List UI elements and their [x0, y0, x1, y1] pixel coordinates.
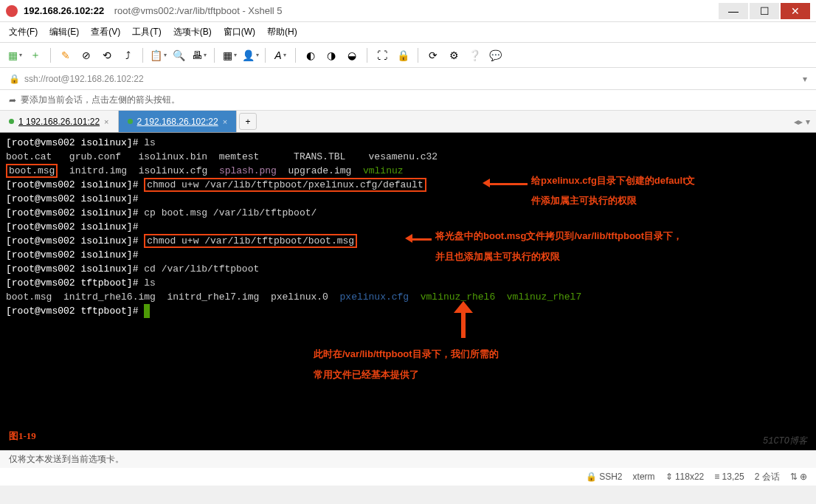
close-button[interactable]: ✕	[781, 3, 810, 19]
new-session-button[interactable]: ▦	[6, 46, 24, 64]
menu-window[interactable]: 窗口(W)	[224, 26, 255, 38]
menubar: 文件(F) 编辑(E) 查看(V) 工具(T) 选项卡(B) 窗口(W) 帮助(…	[0, 22, 816, 43]
tab-session-2[interactable]: 2 192.168.26.102:22 ×	[119, 111, 238, 132]
highlight-cmd-chmod2: chmod u+w /var/lib/tftpboot/boot.msg	[144, 234, 357, 248]
views-button[interactable]: ▦	[221, 46, 238, 64]
chat-icon[interactable]: 💬	[486, 46, 504, 64]
tab-add-button[interactable]: +	[239, 113, 257, 130]
menu-view[interactable]: 查看(V)	[91, 26, 120, 38]
title-host: 192.168.26.102:22	[24, 5, 104, 16]
prompt: [root@vms002 isolinux]#	[6, 193, 138, 204]
arrow-3-stem	[461, 310, 466, 338]
terminal[interactable]: [root@vms002 isolinux]# ls boot.cat grub…	[0, 133, 816, 450]
fullscreen-icon[interactable]: ⛶	[373, 46, 391, 64]
app-icon	[6, 5, 18, 17]
separator	[214, 48, 215, 63]
highlight-boot-msg: boot.msg	[6, 164, 58, 178]
cmd: cp boot.msg /var/lib/tftpboot/	[144, 207, 317, 218]
highlight-icon[interactable]: ✎	[57, 46, 75, 64]
separator	[142, 48, 143, 63]
status-ssh: 🔒 SSH2	[586, 472, 623, 482]
menu-edit[interactable]: 编辑(E)	[49, 26, 79, 38]
menu-tab[interactable]: 选项卡(B)	[173, 26, 212, 38]
address-bar[interactable]: 🔒 ssh://root@192.168.26.102:22 ▾	[0, 68, 816, 90]
separator	[295, 48, 296, 63]
cmd: ls	[144, 137, 156, 148]
cmd: ls	[144, 277, 156, 289]
arrow-1	[487, 183, 528, 185]
info-bar: ➦ 要添加当前会话，点击左侧的箭头按钮。	[0, 90, 816, 111]
prompt: [root@vms002 isolinux]#	[6, 235, 138, 246]
status-dot-icon	[128, 119, 133, 124]
toolbar: ▦ ＋ ✎ ⊘ ⟲ ⤴ 📋 🔍 🖶 ▦ 👤 A ◐ ◑ ◒ ⛶ 🔒 ⟳ ⚙ ❔ …	[0, 43, 816, 68]
cmd: cd /var/lib/tftpboot	[144, 263, 259, 275]
color2-icon[interactable]: ◑	[322, 46, 340, 64]
prompt: [root@vms002 isolinux]#	[6, 137, 138, 148]
ls-output: boot.msg initrd_rhel6.img initrd_rhel7.i…	[6, 290, 810, 304]
address-url: ssh://root@192.168.26.102:22	[24, 74, 144, 84]
reconnect-icon[interactable]: ⤴	[119, 46, 136, 64]
profile-button[interactable]: 👤	[241, 46, 259, 64]
menu-tools[interactable]: 工具(T)	[132, 26, 161, 38]
maximize-button[interactable]: ☐	[750, 3, 779, 19]
help-icon[interactable]: ❔	[466, 46, 483, 64]
settings-icon[interactable]: ⚙	[445, 46, 463, 64]
font-button[interactable]: A	[272, 46, 289, 64]
link-icon[interactable]: ⟲	[98, 46, 116, 64]
ls-output: boot.cat grub.conf isolinux.bin memtest …	[6, 150, 810, 164]
color3-icon[interactable]: ◒	[343, 46, 361, 64]
color1-icon[interactable]: ◐	[302, 46, 319, 64]
lock-icon[interactable]: 🔒	[394, 46, 412, 64]
arrow-icon[interactable]: ➦	[9, 95, 16, 106]
annotation-1a: 给pxelinux.cfg目录下创建的default文	[531, 173, 695, 187]
cursor	[144, 304, 150, 318]
window-title: 192.168.26.102:22 root@vms002:/var/lib/t…	[24, 5, 719, 16]
refresh-icon[interactable]: ⟳	[424, 46, 442, 64]
stop-icon[interactable]: ⊘	[77, 46, 95, 64]
window-controls: — ☐ ✕	[719, 3, 810, 19]
status-size: ⇕ 118x22	[665, 472, 705, 482]
tab-close-icon[interactable]: ×	[104, 117, 108, 126]
address-dropdown-icon[interactable]: ▾	[803, 74, 807, 84]
status-sessions: 2 会话	[755, 471, 780, 483]
tab-nav-menu-icon[interactable]: ▾	[806, 117, 810, 127]
tab-close-icon[interactable]: ×	[223, 117, 227, 126]
minimize-button[interactable]: —	[719, 3, 748, 19]
tab-session-1[interactable]: 1 192.168.26.101:22 ×	[0, 111, 119, 132]
separator	[265, 48, 266, 63]
figure-label: 图1-19	[9, 429, 36, 443]
titlebar: 192.168.26.102:22 root@vms002:/var/lib/t…	[0, 0, 816, 22]
prompt: [root@vms002 tftpboot]#	[6, 305, 138, 317]
arrow-2	[409, 238, 432, 241]
tab-nav-left-icon[interactable]: ◂▸	[794, 117, 803, 127]
arrow-head-2	[405, 234, 412, 243]
status-term: xterm	[633, 472, 655, 482]
menu-help[interactable]: 帮助(H)	[267, 26, 297, 38]
print-button[interactable]: 🖶	[190, 46, 208, 64]
annotation-3b: 常用文件已经基本提供了	[314, 367, 419, 382]
send-mode-text: 仅将文本发送到当前选项卡。	[9, 453, 124, 466]
watermark: 51CTO博客	[763, 435, 807, 449]
tab-nav: ◂▸ ▾	[794, 111, 816, 132]
prompt: [root@vms002 isolinux]#	[6, 207, 138, 218]
copy-button[interactable]: 📋	[149, 46, 167, 64]
info-text: 要添加当前会话，点击左侧的箭头按钮。	[21, 94, 180, 106]
prompt: [root@vms002 isolinux]#	[6, 249, 138, 260]
annotation-2b: 并且也添加属主可执行的权限	[435, 249, 560, 263]
prompt: [root@vms002 isolinux]#	[6, 263, 138, 275]
title-path: root@vms002:/var/lib/tftpboot - Xshell 5	[114, 5, 283, 16]
status-dot-icon	[9, 119, 14, 124]
status-net: ⇅ ⊕	[790, 472, 807, 482]
highlight-cmd-chmod1: chmod u+w /var/lib/tftpboot/pxelinux.cfg…	[144, 178, 426, 192]
annotation-1b: 件添加属主可执行的权限	[531, 193, 637, 207]
prompt: [root@vms002 tftpboot]#	[6, 277, 138, 289]
menu-file[interactable]: 文件(F)	[9, 26, 38, 38]
search-button[interactable]: 🔍	[170, 46, 187, 64]
tab-label: 2 192.168.26.102:22	[137, 117, 218, 127]
annotation-3a: 此时在/var/lib/tftpboot目录下，我们所需的	[314, 347, 499, 361]
arrow-3-head	[454, 301, 473, 313]
prompt: [root@vms002 isolinux]#	[6, 179, 138, 190]
separator	[50, 48, 51, 63]
prompt: [root@vms002 isolinux]#	[6, 221, 138, 232]
new-file-button[interactable]: ＋	[27, 46, 44, 64]
